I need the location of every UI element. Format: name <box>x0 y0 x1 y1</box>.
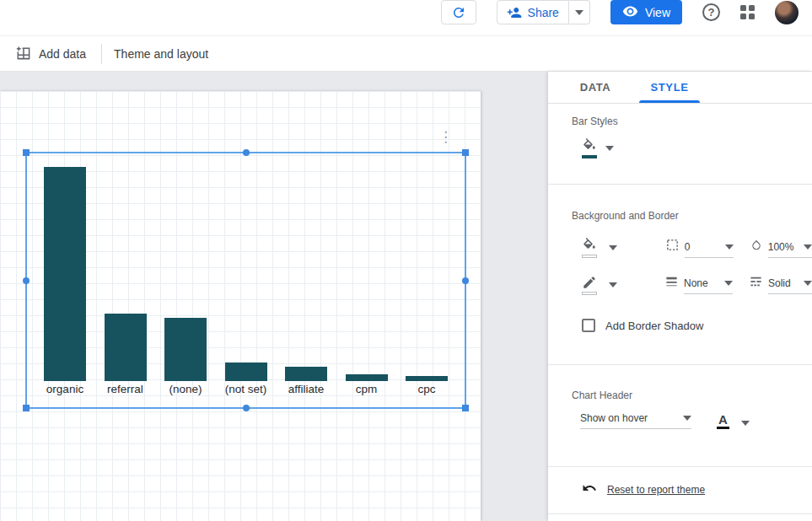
opacity-value: 100% <box>768 241 794 253</box>
background-color-dropdown[interactable] <box>600 242 617 254</box>
add-border-shadow-checkbox-row[interactable]: Add Border Shadow <box>582 319 812 332</box>
add-data-label: Add data <box>39 47 86 61</box>
section-background-border: Background and Border 0 <box>548 185 812 364</box>
border-weight-icon <box>665 276 678 291</box>
add-border-shadow-label: Add Border Shadow <box>605 320 703 332</box>
bar-group: cpm <box>346 374 388 397</box>
share-button-label: Share <box>528 6 559 19</box>
selection-handle[interactable] <box>243 149 250 156</box>
section-chart-header: Chart Header Show on hover A <box>548 365 812 466</box>
chevron-down-icon <box>575 10 583 15</box>
bar[interactable] <box>285 367 327 381</box>
bar-fill-color-dropdown[interactable] <box>597 142 614 154</box>
bar[interactable] <box>105 314 147 381</box>
bar-label: organic <box>46 382 83 397</box>
chart-header-title: Chart Header <box>572 389 812 401</box>
bar-group: (none) <box>164 318 207 397</box>
border-style-dropdown[interactable]: Solid <box>768 277 812 294</box>
chart-options-menu[interactable]: ⋮ <box>438 130 452 145</box>
view-button[interactable]: View <box>610 0 682 24</box>
refresh-button[interactable] <box>441 0 476 24</box>
bar-group: affiliate <box>285 367 327 397</box>
panel-tabs: DATA STYLE <box>548 72 812 104</box>
checkbox-icon[interactable] <box>582 319 595 332</box>
bar-label: affiliate <box>288 382 325 397</box>
tab-style[interactable]: STYLE <box>632 72 707 103</box>
person-add-icon <box>507 5 522 20</box>
background-border-title: Background and Border <box>572 210 812 222</box>
border-style-value: Solid <box>768 277 791 289</box>
font-color-icon: A <box>717 413 729 429</box>
selection-handle[interactable] <box>23 277 30 284</box>
bar[interactable] <box>164 318 207 381</box>
bar-label: referral <box>107 382 143 397</box>
bar-styles-title: Bar Styles <box>572 115 812 127</box>
report-canvas[interactable]: ⋮ organicreferral(none)(not set)affiliat… <box>0 91 481 521</box>
properties-panel: DATA STYLE Bar Styles Background and Bor… <box>548 72 812 521</box>
tab-data[interactable]: DATA <box>558 72 632 103</box>
reset-to-theme-button[interactable]: Reset to report theme <box>582 481 812 499</box>
bar-group: referral <box>105 314 147 397</box>
bar-color-swatch <box>582 155 597 158</box>
section-divider <box>548 513 812 514</box>
avatar[interactable] <box>775 1 799 24</box>
border-color-dropdown[interactable] <box>600 279 617 291</box>
background-color-swatch <box>582 255 597 258</box>
selection-handle[interactable] <box>23 149 30 156</box>
border-weight-value: None <box>684 277 708 289</box>
background-color-icon[interactable] <box>582 238 597 258</box>
bar-chart-bars: organicreferral(none)(not set)affiliatec… <box>44 167 448 397</box>
share-split-button: Share <box>497 0 590 24</box>
bar-label: cpm <box>356 382 378 397</box>
selection-handle[interactable] <box>243 405 250 411</box>
bar[interactable] <box>44 167 86 381</box>
edit-toolbar: Add data Theme and layout <box>0 36 812 72</box>
corner-radius-icon <box>666 239 679 255</box>
border-color-swatch <box>582 292 597 295</box>
border-color-icon[interactable] <box>582 275 597 295</box>
chart-header-visibility-dropdown[interactable]: Show on hover <box>580 412 691 429</box>
bar-group: cpc <box>406 376 448 397</box>
bar-label: (none) <box>169 382 202 397</box>
bar-chart[interactable]: organicreferral(none)(not set)affiliatec… <box>25 152 466 409</box>
bar-fill-color-icon[interactable] <box>582 138 597 158</box>
font-color-dropdown[interactable] <box>738 417 750 429</box>
border-weight-dropdown[interactable]: None <box>684 277 733 294</box>
chart-header-visibility-value: Show on hover <box>580 412 648 424</box>
theme-and-layout-label: Theme and layout <box>114 47 208 61</box>
top-app-bar: Share View ? <box>0 0 812 36</box>
bar-label: cpc <box>417 382 435 397</box>
selection-handle[interactable] <box>23 405 30 411</box>
share-options-button[interactable] <box>569 0 590 24</box>
section-bar-styles: Bar Styles <box>548 104 812 184</box>
reset-to-theme-label: Reset to report theme <box>607 484 705 496</box>
bar-group: (not set) <box>225 363 267 397</box>
opacity-dropdown[interactable]: 100% <box>768 241 812 258</box>
bar-label: (not set) <box>225 382 267 397</box>
undo-icon <box>582 481 597 499</box>
section-footer: Reset to report theme <box>548 467 812 513</box>
add-data-button[interactable]: Add data <box>15 45 86 63</box>
corner-radius-dropdown[interactable]: 0 <box>685 241 734 258</box>
bar[interactable] <box>346 374 388 381</box>
border-style-icon <box>750 276 762 291</box>
opacity-icon <box>750 239 762 255</box>
view-button-label: View <box>645 6 670 19</box>
toolbar-divider <box>101 44 102 64</box>
eye-icon <box>622 3 638 22</box>
bar[interactable] <box>406 376 448 381</box>
selection-handle[interactable] <box>462 277 469 284</box>
selection-handle[interactable] <box>462 405 469 411</box>
help-icon[interactable]: ? <box>702 3 720 21</box>
chart-header-font-color-button[interactable]: A <box>717 413 750 429</box>
apps-grid-icon[interactable] <box>740 5 755 19</box>
corner-radius-value: 0 <box>685 241 691 253</box>
bar-group: organic <box>44 167 86 397</box>
bar[interactable] <box>225 363 267 381</box>
share-button[interactable]: Share <box>497 0 569 24</box>
selection-handle[interactable] <box>462 149 469 156</box>
workspace: ⋮ organicreferral(none)(not set)affiliat… <box>0 72 812 521</box>
theme-and-layout-button[interactable]: Theme and layout <box>114 47 208 61</box>
add-data-icon <box>15 45 31 63</box>
refresh-icon <box>451 5 466 20</box>
